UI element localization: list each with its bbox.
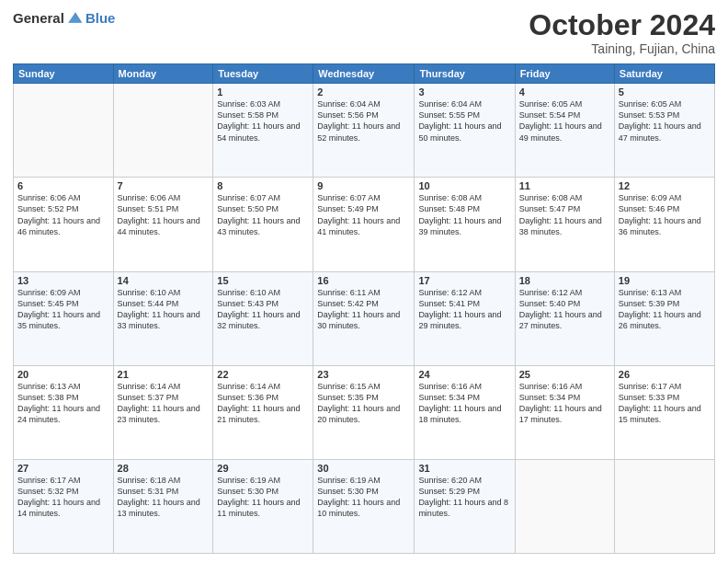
day-number: 30 — [317, 463, 410, 474]
cell-sun-info: Sunrise: 6:17 AM Sunset: 5:33 PM Dayligh… — [619, 382, 701, 424]
calendar-page: General Blue October 2024 Taining, Fujia… — [0, 0, 728, 563]
calendar-week-4: 20Sunrise: 6:13 AM Sunset: 5:38 PM Dayli… — [14, 365, 715, 459]
day-header-monday: Monday — [113, 64, 213, 84]
svg-marker-1 — [68, 14, 82, 23]
day-number: 1 — [217, 86, 309, 98]
cell-sun-info: Sunrise: 6:08 AM Sunset: 5:47 PM Dayligh… — [519, 193, 602, 236]
day-number: 17 — [418, 275, 510, 286]
calendar-cell — [14, 84, 114, 178]
calendar-cell: 8Sunrise: 6:07 AM Sunset: 5:50 PM Daylig… — [213, 178, 313, 271]
day-number: 7 — [118, 180, 210, 191]
calendar-cell: 20Sunrise: 6:13 AM Sunset: 5:38 PM Dayli… — [14, 365, 114, 459]
cell-sun-info: Sunrise: 6:19 AM Sunset: 5:30 PM Dayligh… — [317, 476, 400, 518]
calendar-cell: 31Sunrise: 6:20 AM Sunset: 5:29 PM Dayli… — [415, 459, 515, 553]
calendar-cell: 1Sunrise: 6:03 AM Sunset: 5:58 PM Daylig… — [213, 84, 313, 178]
day-number: 11 — [519, 180, 610, 191]
calendar-cell: 15Sunrise: 6:10 AM Sunset: 5:43 PM Dayli… — [213, 271, 313, 365]
cell-sun-info: Sunrise: 6:12 AM Sunset: 5:41 PM Dayligh… — [418, 288, 501, 330]
calendar-cell: 25Sunrise: 6:16 AM Sunset: 5:34 PM Dayli… — [515, 365, 614, 459]
location-subtitle: Taining, Fujian, China — [529, 41, 715, 56]
day-number: 4 — [519, 86, 610, 98]
day-number: 15 — [217, 275, 309, 286]
calendar-cell: 23Sunrise: 6:15 AM Sunset: 5:35 PM Dayli… — [313, 365, 415, 459]
cell-sun-info: Sunrise: 6:05 AM Sunset: 5:53 PM Dayligh… — [619, 99, 701, 142]
cell-sun-info: Sunrise: 6:09 AM Sunset: 5:45 PM Dayligh… — [17, 288, 100, 330]
calendar-cell: 7Sunrise: 6:06 AM Sunset: 5:51 PM Daylig… — [113, 178, 213, 271]
calendar-cell: 6Sunrise: 6:06 AM Sunset: 5:52 PM Daylig… — [14, 178, 114, 271]
calendar-cell: 9Sunrise: 6:07 AM Sunset: 5:49 PM Daylig… — [313, 178, 415, 271]
calendar-cell: 27Sunrise: 6:17 AM Sunset: 5:32 PM Dayli… — [14, 459, 114, 553]
calendar-cell — [515, 459, 614, 553]
calendar-week-1: 1Sunrise: 6:03 AM Sunset: 5:58 PM Daylig… — [14, 84, 715, 178]
cell-sun-info: Sunrise: 6:15 AM Sunset: 5:35 PM Dayligh… — [317, 382, 400, 424]
calendar-cell: 2Sunrise: 6:04 AM Sunset: 5:56 PM Daylig… — [313, 84, 415, 178]
day-number: 21 — [118, 369, 210, 380]
cell-sun-info: Sunrise: 6:12 AM Sunset: 5:40 PM Dayligh… — [519, 288, 602, 330]
day-number: 20 — [17, 369, 109, 380]
calendar-header-row: SundayMondayTuesdayWednesdayThursdayFrid… — [14, 64, 715, 84]
cell-sun-info: Sunrise: 6:08 AM Sunset: 5:48 PM Dayligh… — [418, 193, 501, 236]
calendar-cell: 11Sunrise: 6:08 AM Sunset: 5:47 PM Dayli… — [515, 178, 614, 271]
day-number: 25 — [519, 369, 610, 380]
calendar-cell: 4Sunrise: 6:05 AM Sunset: 5:54 PM Daylig… — [515, 84, 614, 178]
calendar-week-2: 6Sunrise: 6:06 AM Sunset: 5:52 PM Daylig… — [14, 178, 715, 271]
day-header-tuesday: Tuesday — [213, 64, 313, 84]
day-number: 9 — [317, 180, 410, 191]
cell-sun-info: Sunrise: 6:18 AM Sunset: 5:31 PM Dayligh… — [118, 476, 200, 518]
calendar-cell: 29Sunrise: 6:19 AM Sunset: 5:30 PM Dayli… — [213, 459, 313, 553]
cell-sun-info: Sunrise: 6:14 AM Sunset: 5:37 PM Dayligh… — [118, 382, 200, 424]
day-number: 12 — [619, 180, 711, 191]
day-number: 6 — [17, 180, 109, 191]
day-header-thursday: Thursday — [415, 64, 515, 84]
day-number: 28 — [118, 463, 210, 474]
day-number: 26 — [619, 369, 711, 380]
day-number: 29 — [217, 463, 309, 474]
cell-sun-info: Sunrise: 6:06 AM Sunset: 5:52 PM Dayligh… — [17, 193, 100, 236]
day-number: 22 — [217, 369, 309, 380]
calendar-cell: 10Sunrise: 6:08 AM Sunset: 5:48 PM Dayli… — [415, 178, 515, 271]
cell-sun-info: Sunrise: 6:14 AM Sunset: 5:36 PM Dayligh… — [217, 382, 300, 424]
calendar-table: SundayMondayTuesdayWednesdayThursdayFrid… — [13, 63, 715, 554]
calendar-cell — [113, 84, 213, 178]
cell-sun-info: Sunrise: 6:20 AM Sunset: 5:29 PM Dayligh… — [418, 476, 508, 518]
day-number: 16 — [317, 275, 410, 286]
calendar-cell: 13Sunrise: 6:09 AM Sunset: 5:45 PM Dayli… — [14, 271, 114, 365]
calendar-cell: 21Sunrise: 6:14 AM Sunset: 5:37 PM Dayli… — [113, 365, 213, 459]
day-number: 14 — [118, 275, 210, 286]
calendar-cell: 26Sunrise: 6:17 AM Sunset: 5:33 PM Dayli… — [614, 365, 714, 459]
calendar-week-3: 13Sunrise: 6:09 AM Sunset: 5:45 PM Dayli… — [14, 271, 715, 365]
calendar-cell: 22Sunrise: 6:14 AM Sunset: 5:36 PM Dayli… — [213, 365, 313, 459]
cell-sun-info: Sunrise: 6:09 AM Sunset: 5:46 PM Dayligh… — [619, 193, 701, 236]
day-number: 31 — [418, 463, 510, 474]
cell-sun-info: Sunrise: 6:03 AM Sunset: 5:58 PM Dayligh… — [217, 99, 300, 142]
calendar-cell: 17Sunrise: 6:12 AM Sunset: 5:41 PM Dayli… — [415, 271, 515, 365]
calendar-cell: 30Sunrise: 6:19 AM Sunset: 5:30 PM Dayli… — [313, 459, 415, 553]
calendar-week-5: 27Sunrise: 6:17 AM Sunset: 5:32 PM Dayli… — [14, 459, 715, 553]
day-number: 27 — [17, 463, 109, 474]
day-number: 13 — [17, 275, 109, 286]
calendar-cell: 12Sunrise: 6:09 AM Sunset: 5:46 PM Dayli… — [614, 178, 714, 271]
day-header-wednesday: Wednesday — [313, 64, 415, 84]
logo-icon — [67, 9, 84, 26]
cell-sun-info: Sunrise: 6:16 AM Sunset: 5:34 PM Dayligh… — [519, 382, 602, 424]
month-title: October 2024 — [529, 9, 715, 41]
cell-sun-info: Sunrise: 6:07 AM Sunset: 5:49 PM Dayligh… — [317, 193, 400, 236]
cell-sun-info: Sunrise: 6:13 AM Sunset: 5:38 PM Dayligh… — [17, 382, 100, 424]
calendar-cell: 5Sunrise: 6:05 AM Sunset: 5:53 PM Daylig… — [614, 84, 714, 178]
cell-sun-info: Sunrise: 6:17 AM Sunset: 5:32 PM Dayligh… — [17, 476, 100, 518]
day-number: 2 — [317, 86, 410, 98]
day-number: 19 — [619, 275, 711, 286]
day-number: 24 — [418, 369, 510, 380]
cell-sun-info: Sunrise: 6:10 AM Sunset: 5:43 PM Dayligh… — [217, 288, 300, 330]
cell-sun-info: Sunrise: 6:11 AM Sunset: 5:42 PM Dayligh… — [317, 288, 400, 330]
day-number: 3 — [418, 86, 510, 98]
calendar-cell: 19Sunrise: 6:13 AM Sunset: 5:39 PM Dayli… — [614, 271, 714, 365]
calendar-cell: 28Sunrise: 6:18 AM Sunset: 5:31 PM Dayli… — [113, 459, 213, 553]
calendar-cell: 16Sunrise: 6:11 AM Sunset: 5:42 PM Dayli… — [313, 271, 415, 365]
calendar-cell: 18Sunrise: 6:12 AM Sunset: 5:40 PM Dayli… — [515, 271, 614, 365]
cell-sun-info: Sunrise: 6:04 AM Sunset: 5:55 PM Dayligh… — [418, 99, 501, 142]
calendar-cell: 14Sunrise: 6:10 AM Sunset: 5:44 PM Dayli… — [113, 271, 213, 365]
cell-sun-info: Sunrise: 6:13 AM Sunset: 5:39 PM Dayligh… — [619, 288, 701, 330]
calendar-cell — [614, 459, 714, 553]
cell-sun-info: Sunrise: 6:04 AM Sunset: 5:56 PM Dayligh… — [317, 99, 400, 142]
